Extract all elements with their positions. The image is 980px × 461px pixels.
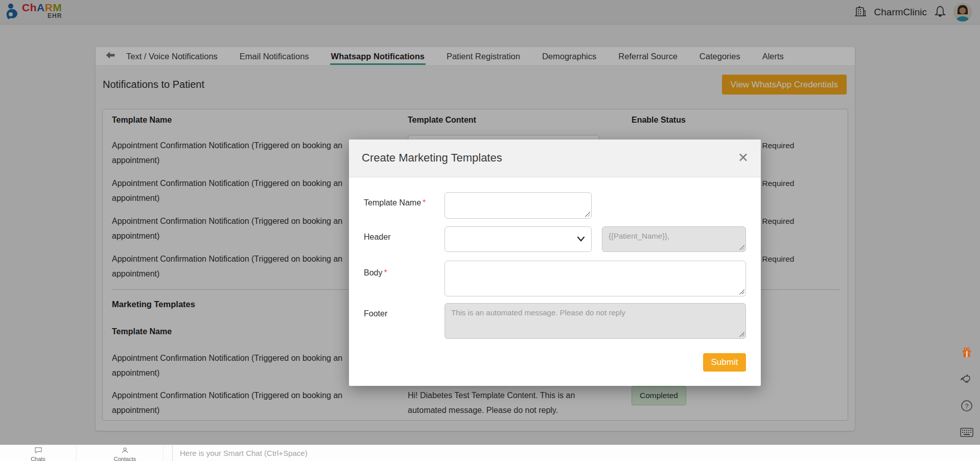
svg-text:?: ? bbox=[965, 402, 968, 410]
template-name-label: Template Name* bbox=[364, 198, 426, 208]
header-label: Header bbox=[364, 233, 390, 242]
body-label: Body* bbox=[364, 268, 387, 278]
footer-label: Footer bbox=[364, 309, 387, 318]
template-name-field-wrap bbox=[445, 192, 592, 219]
help-icon[interactable]: ? bbox=[961, 400, 973, 414]
header-type-select[interactable] bbox=[445, 226, 592, 252]
header-preview-input bbox=[602, 226, 746, 252]
header-preview-wrap bbox=[602, 226, 746, 252]
gift-icon[interactable] bbox=[961, 347, 972, 360]
contacts-tab[interactable]: Contacts bbox=[87, 445, 164, 461]
lamp-icon[interactable] bbox=[961, 374, 973, 386]
footer-input bbox=[445, 303, 746, 339]
chats-icon bbox=[35, 447, 42, 453]
body-input[interactable] bbox=[445, 261, 746, 296]
modal-title: Create Marketing Templates bbox=[362, 151, 502, 165]
body-field-wrap bbox=[445, 261, 746, 296]
smart-chat-input[interactable]: Here is your Smart Chat (Ctrl+Space) bbox=[180, 449, 308, 457]
contacts-icon bbox=[122, 447, 128, 453]
template-name-input[interactable] bbox=[445, 192, 592, 219]
chevron-down-icon bbox=[577, 236, 585, 242]
close-icon[interactable]: ✕ bbox=[738, 150, 749, 165]
chats-label: Chats bbox=[0, 456, 76, 461]
chats-tab[interactable]: Chats bbox=[0, 445, 77, 461]
footer-field-wrap bbox=[445, 303, 746, 339]
smart-chat-bar: Chats Contacts Here is your Smart Chat (… bbox=[0, 445, 980, 461]
contacts-label: Contacts bbox=[87, 456, 163, 461]
create-marketing-templates-modal: Create Marketing Templates ✕ Template Na… bbox=[349, 140, 761, 386]
chatbar-divider bbox=[172, 445, 173, 461]
submit-button[interactable]: Submit bbox=[703, 353, 746, 372]
modal-header: Create Marketing Templates ✕ bbox=[349, 140, 761, 177]
keyboard-icon[interactable] bbox=[960, 428, 973, 439]
